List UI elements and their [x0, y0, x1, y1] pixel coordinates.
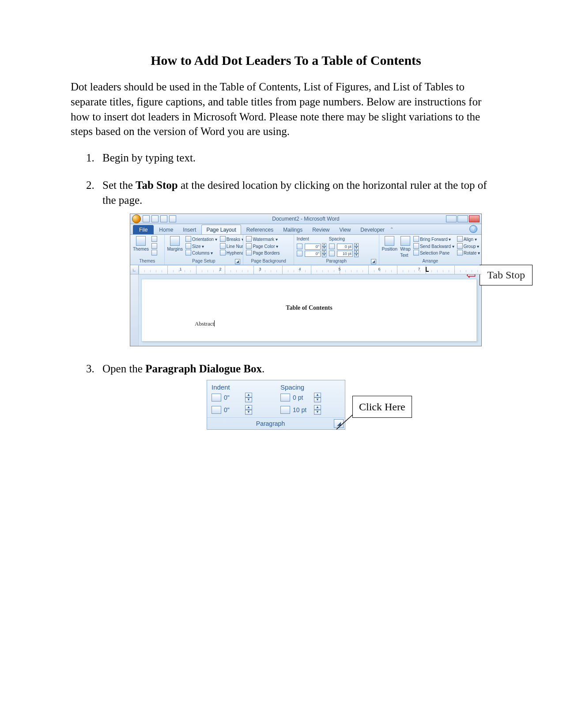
tab-references[interactable]: References: [242, 225, 278, 234]
group-page-setup-label: Page Setup: [192, 259, 215, 263]
size-icon: [185, 243, 191, 249]
margins-icon: [170, 236, 180, 246]
help-icon[interactable]: ?: [469, 225, 477, 233]
doc-toc-line: Abstract: [195, 320, 215, 328]
group-objects-button[interactable]: Group ▾: [457, 243, 480, 250]
callout-click-here-label: Click Here: [352, 396, 412, 418]
page-borders-icon: [246, 250, 252, 255]
margins-button[interactable]: Margins: [167, 236, 183, 252]
theme-colors-icon[interactable]: [151, 236, 157, 242]
indent-left-input[interactable]: 0": [305, 244, 321, 250]
ruler-number: 1: [179, 266, 181, 272]
step-2: Set the Tab Stop at the desired location…: [97, 178, 501, 347]
ruler-number: 5: [338, 266, 340, 272]
page-borders-button[interactable]: Page Borders: [246, 250, 280, 256]
title-bar: Document2 - Microsoft Word: [130, 214, 481, 224]
paragraph-dialog-launcher-button[interactable]: ◢: [334, 419, 344, 428]
group-themes-label: Themes: [133, 258, 162, 265]
hyphenation-button[interactable]: Hyphenation ▾: [220, 250, 244, 256]
horizontal-ruler[interactable]: 1 2 3 4 5 6 7: [139, 265, 481, 274]
step-3-text-post: .: [262, 363, 264, 375]
ruler-number: 3: [259, 266, 261, 272]
position-icon: [385, 236, 394, 246]
space-before-icon: [329, 244, 335, 249]
panel-indent-right[interactable]: 0": [224, 406, 242, 414]
ruler-number: 7: [418, 266, 420, 272]
columns-icon: [185, 250, 191, 255]
group-paragraph-label: Paragraph: [326, 259, 347, 263]
indent-right-icon: [297, 251, 302, 256]
tab-file[interactable]: File: [133, 225, 154, 234]
bring-forward-icon: [413, 236, 419, 242]
selection-pane-icon: [413, 250, 419, 255]
tab-developer[interactable]: Developer: [356, 225, 389, 234]
orientation-icon: [185, 236, 191, 242]
step-3-bold: Paragraph Dialogue Box: [145, 363, 262, 375]
tab-stop-marker-icon[interactable]: [425, 267, 429, 272]
space-after-input[interactable]: 10 pt: [337, 251, 353, 257]
theme-effects-icon[interactable]: [151, 250, 157, 255]
vertical-ruler[interactable]: [130, 274, 139, 346]
page-color-button[interactable]: Page Color ▾: [246, 243, 280, 250]
page-setup-dialog-launcher[interactable]: ◢: [235, 259, 240, 264]
callout-tab-stop-label: Tab Stop: [480, 265, 533, 285]
panel-spacing-header: Spacing: [276, 380, 345, 393]
wrap-text-button[interactable]: Wrap Text: [400, 236, 411, 258]
send-backward-button[interactable]: Send Backward ▾: [413, 243, 454, 250]
themes-icon: [136, 236, 146, 246]
breaks-button[interactable]: Breaks ▾: [220, 236, 244, 243]
intro-paragraph: Dot leaders should be used in the Table …: [71, 79, 501, 139]
align-icon: [457, 236, 463, 242]
ribbon-tabs: File Home Insert Page Layout References …: [130, 224, 481, 235]
line-numbers-button[interactable]: Line Numbers ▾: [220, 243, 244, 250]
position-button[interactable]: Position: [382, 236, 398, 252]
ruler-number: 6: [378, 266, 380, 272]
bring-forward-button[interactable]: Bring Forward ▾: [413, 236, 454, 243]
tab-selector[interactable]: ∟: [130, 265, 139, 274]
tab-insert[interactable]: Insert: [178, 225, 200, 234]
rotate-button[interactable]: Rotate ▾: [457, 250, 480, 256]
line-numbers-icon: [220, 243, 226, 249]
steps-list: Begin by typing text. Set the Tab Stop a…: [85, 150, 501, 430]
spacing-header: Spacing: [329, 236, 359, 242]
themes-button[interactable]: Themes: [133, 236, 149, 252]
indent-right-input[interactable]: 0": [305, 251, 321, 257]
page-color-icon: [246, 243, 252, 249]
tab-review[interactable]: Review: [308, 225, 334, 234]
size-button[interactable]: Size ▾: [185, 243, 217, 250]
panel-indent-left[interactable]: 0": [224, 394, 242, 402]
group-page-background: Watermark ▾ Page Color ▾ Page Borders Pa…: [243, 235, 294, 265]
send-backward-icon: [413, 243, 419, 249]
doc-toc-title: Table of Contents: [142, 304, 476, 312]
tab-page-layout[interactable]: Page Layout: [201, 225, 241, 234]
paragraph-dialog-launcher[interactable]: ◢: [371, 259, 376, 264]
tab-mailings[interactable]: Mailings: [279, 225, 307, 234]
theme-fonts-icon[interactable]: [151, 243, 157, 249]
panel-space-after[interactable]: 10 pt: [293, 406, 311, 414]
space-before-input[interactable]: 0 pt: [337, 244, 353, 250]
tab-view[interactable]: View: [335, 225, 355, 234]
panel-space-before[interactable]: 0 pt: [293, 394, 311, 402]
ribbon-body: Themes Themes: [130, 235, 481, 265]
columns-button[interactable]: Columns ▾: [185, 250, 217, 256]
indent-header: Indent: [297, 236, 326, 242]
watermark-button[interactable]: Watermark ▾: [246, 236, 280, 243]
wrap-text-icon: [401, 236, 410, 246]
document-page[interactable]: Table of Contents Abstract: [141, 279, 477, 341]
selection-pane-button[interactable]: Selection Pane: [413, 250, 454, 256]
align-button[interactable]: Align ▾: [457, 236, 480, 243]
tab-home[interactable]: Home: [155, 225, 178, 234]
step-2-text-pre: Set the: [102, 179, 136, 191]
group-paragraph: Indent 0"▲▼ 0"▲▼ Spacing 0 pt▲▼ 10 pt▲▼: [294, 235, 379, 265]
hyphenation-icon: [220, 250, 226, 255]
ruler-number: 2: [219, 266, 221, 272]
orientation-button[interactable]: Orientation ▾: [185, 236, 217, 243]
group-page-background-label: Page Background: [246, 258, 291, 265]
themes-label: Themes: [133, 246, 149, 252]
step-1: Begin by typing text.: [97, 150, 501, 165]
breaks-icon: [220, 236, 226, 242]
space-after-icon: [280, 406, 290, 414]
step-3: Open the Paragraph Dialogue Box. Indent …: [97, 361, 501, 430]
page-title: How to Add Dot Leaders To a Table of Con…: [71, 53, 501, 68]
minimize-ribbon-icon[interactable]: ⌃: [390, 226, 393, 233]
